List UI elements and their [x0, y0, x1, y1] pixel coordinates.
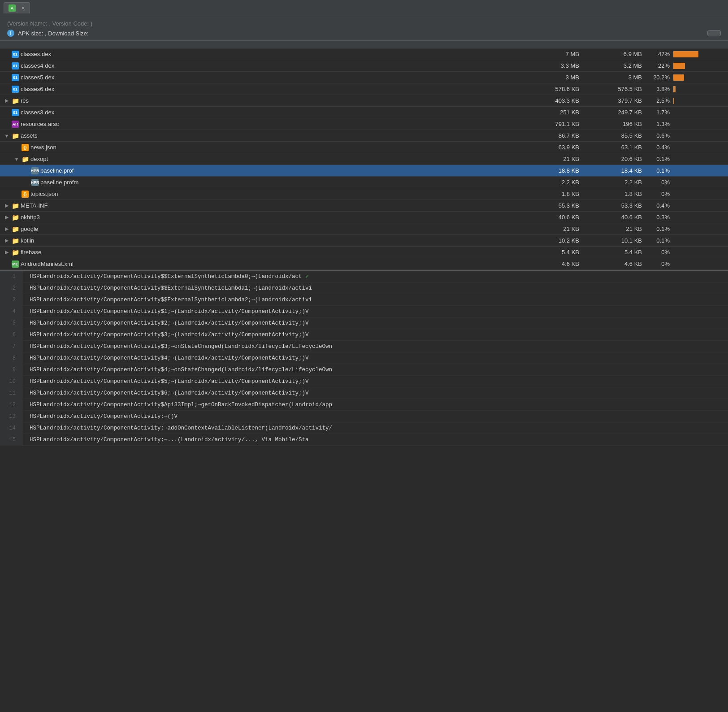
pct-bar — [673, 86, 676, 92]
info-icon: i — [7, 30, 14, 37]
file-name-cell: ▶ 📁 firebase — [0, 249, 522, 256]
expand-spacer — [13, 191, 20, 197]
pct-text: 0.3% — [647, 214, 670, 221]
file-table-container: 01 classes.dex 7 MB 6.9 MB 47% 01 classe… — [0, 41, 728, 271]
table-row[interactable]: ▼ 📁 assets 86.7 KB 85.5 KB 0.6% — [0, 130, 728, 142]
file-name: topics.json — [30, 191, 58, 197]
raw-size: 3.3 MB — [522, 62, 585, 69]
pct-text: 0.1% — [647, 237, 670, 244]
table-row[interactable]: {} topics.json 1.8 KB 1.8 KB 0% — [0, 188, 728, 200]
table-row[interactable]: ▶ 📁 firebase 5.4 KB 5.4 KB 0% — [0, 247, 728, 258]
table-row[interactable]: ▶ 📁 okhttp3 40.6 KB 40.6 KB 0.3% — [0, 212, 728, 223]
pct-cell: 47% — [647, 51, 728, 57]
pct-cell: 1.7% — [647, 109, 728, 116]
code-content: HSPLandroidx/activity/ComponentActivity$… — [23, 341, 332, 352]
raw-size: 86.7 KB — [522, 132, 585, 139]
table-row[interactable]: ▶ 📁 res 403.3 KB 379.7 KB 2.5% — [0, 95, 728, 107]
raw-size: 55.3 KB — [522, 202, 585, 209]
table-row[interactable]: 01 classes3.dex 251 KB 249.7 KB 1.7% — [0, 107, 728, 118]
hpr-icon: HPR — [31, 179, 39, 186]
pct-cell: 1.3% — [647, 121, 728, 127]
pct-text: 0.1% — [647, 156, 670, 162]
pct-cell: 3.8% — [647, 86, 728, 92]
dl-size: 5.4 KB — [585, 249, 647, 256]
file-name: okhttp3 — [21, 214, 40, 221]
table-row[interactable]: AR resources.arsc 791.1 KB 196 KB 1.3% — [0, 118, 728, 130]
table-row[interactable]: ▶ 📁 META-INF 55.3 KB 53.3 KB 0.4% — [0, 200, 728, 212]
raw-size: 7 MB — [522, 51, 585, 57]
apk-size-text: APK size: , Download Size: — [18, 30, 89, 37]
dex-icon: 01 — [12, 74, 19, 81]
expand-arrow[interactable]: ▼ — [13, 156, 20, 162]
table-row[interactable]: 01 classes6.dex 578.6 KB 576.5 KB 3.8% — [0, 83, 728, 95]
table-row[interactable]: {} news.json 63.9 KB 63.1 KB 0.4% — [0, 142, 728, 153]
raw-size: 251 KB — [522, 109, 585, 116]
dl-size: 4.6 KB — [585, 260, 647, 267]
table-row[interactable]: ▶ 📁 kotlin 10.2 KB 10.1 KB 0.1% — [0, 235, 728, 247]
file-name: res — [21, 97, 29, 104]
table-row[interactable]: ▼ 📁 dexopt 21 KB 20.6 KB 0.1% — [0, 153, 728, 165]
pct-cell: 0.3% — [647, 214, 728, 221]
apk-tab[interactable]: A ✕ — [4, 2, 30, 13]
close-icon[interactable]: ✕ — [21, 5, 25, 11]
file-name-cell: 01 classes4.dex — [0, 62, 522, 69]
pct-bar-container — [673, 261, 724, 267]
table-row[interactable]: ME AndroidManifest.xml 4.6 KB 4.6 KB 0% — [0, 258, 728, 270]
dl-size: 249.7 KB — [585, 109, 647, 116]
file-name: assets — [21, 132, 38, 139]
pct-bar-container — [673, 238, 724, 244]
raw-size: 1.8 KB — [522, 191, 585, 197]
expand-arrow[interactable]: ▶ — [4, 203, 10, 209]
pct-cell: 0.1% — [647, 156, 728, 162]
expand-arrow[interactable]: ▼ — [4, 133, 10, 139]
dl-size: 10.1 KB — [585, 237, 647, 244]
xml-icon: ME — [12, 260, 19, 268]
file-name-cell: {} news.json — [0, 144, 522, 151]
folder-icon: 📁 — [12, 97, 19, 104]
table-row[interactable]: HPR baseline.prof 18.8 KB 18.4 KB 0.1% — [0, 165, 728, 177]
code-content: HSPLandroidx/activity/ComponentActivity;… — [23, 422, 332, 434]
table-row[interactable]: 01 classes.dex 7 MB 6.9 MB 47% — [0, 48, 728, 60]
pct-cell: 0% — [647, 260, 728, 267]
dl-size: 379.7 KB — [585, 97, 647, 104]
expand-arrow[interactable]: ▶ — [4, 98, 10, 104]
dl-size: 3.2 MB — [585, 62, 647, 69]
pct-bar-container — [673, 203, 724, 209]
expand-arrow[interactable]: ▶ — [4, 214, 10, 221]
table-row[interactable]: 01 classes5.dex 3 MB 3 MB 20.2% — [0, 72, 728, 83]
table-row[interactable]: 01 classes4.dex 3.3 MB 3.2 MB 22% — [0, 60, 728, 72]
table-row[interactable]: ▶ 📁 google 21 KB 21 KB 0.1% — [0, 223, 728, 235]
line-number: 8 — [0, 352, 23, 364]
file-name-cell: 01 classes6.dex — [0, 86, 522, 93]
pct-bar-container — [673, 168, 724, 174]
code-line: 1 HSPLandroidx/activity/ComponentActivit… — [0, 271, 728, 282]
pct-cell: 0% — [647, 179, 728, 186]
code-line: 12 HSPLandroidx/activity/ComponentActivi… — [0, 399, 728, 411]
version-meta: (Version Name: , Version Code: ) — [7, 20, 92, 27]
expand-arrow[interactable]: ▶ — [4, 238, 10, 244]
folder-icon: 📁 — [12, 226, 19, 233]
pct-bar-container — [673, 63, 724, 69]
pct-text: 0.1% — [647, 167, 670, 174]
line-number: 10 — [0, 376, 23, 387]
compare-button[interactable] — [707, 30, 721, 36]
code-content: HSPLandroidx/activity/ComponentActivity$… — [23, 271, 309, 282]
line-number: 13 — [0, 411, 23, 422]
code-line: 8 HSPLandroidx/activity/ComponentActivit… — [0, 352, 728, 364]
pct-cell: 2.5% — [647, 97, 728, 104]
expand-spacer — [4, 86, 10, 92]
dl-size: 196 KB — [585, 121, 647, 127]
dex-icon: 01 — [12, 109, 19, 116]
expand-arrow[interactable]: ▶ — [4, 226, 10, 232]
file-name-cell: ▶ 📁 META-INF — [0, 202, 522, 209]
dl-size: 576.5 KB — [585, 86, 647, 92]
file-name-cell: HPR baseline.prof — [0, 167, 522, 174]
file-name: classes6.dex — [21, 86, 54, 92]
pct-bar-container — [673, 74, 724, 81]
file-name: classes.dex — [21, 51, 51, 57]
table-row[interactable]: HPR baseline.profm 2.2 KB 2.2 KB 0% — [0, 177, 728, 188]
expand-arrow[interactable]: ▶ — [4, 249, 10, 256]
folder-icon: 📁 — [12, 237, 19, 244]
code-line: 9 HSPLandroidx/activity/ComponentActivit… — [0, 364, 728, 376]
raw-size: 578.6 KB — [522, 86, 585, 92]
